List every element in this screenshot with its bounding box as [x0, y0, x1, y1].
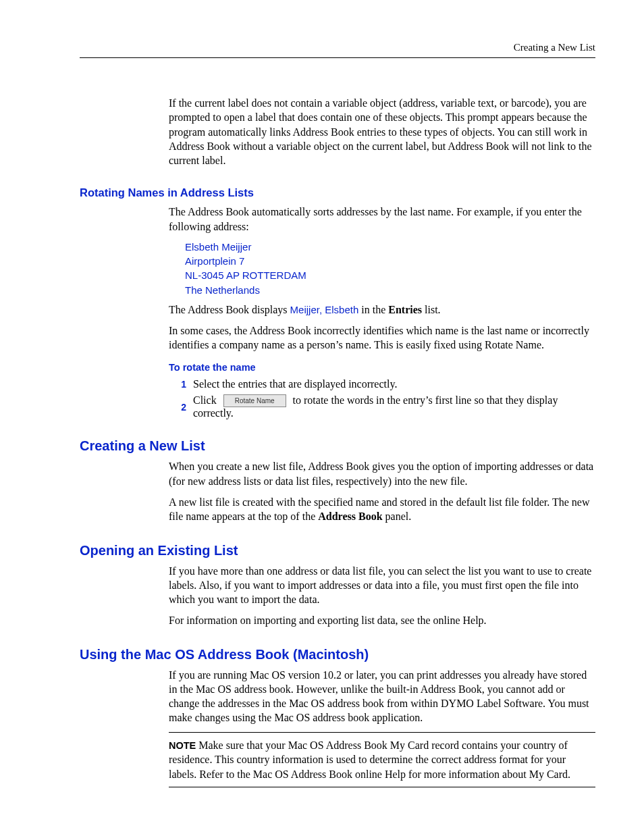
txt: in the	[358, 304, 388, 315]
txt: list.	[422, 304, 441, 315]
addr-line-1: Elsbeth Meijjer	[185, 240, 595, 254]
txt: The Address Book displays	[169, 304, 290, 315]
heading-creating-new-list: Creating a New List	[80, 438, 595, 454]
address-book-label: Address Book	[318, 511, 382, 522]
step-2: 2 Click Rotate Name to rotate the words …	[169, 394, 595, 420]
open-p2: For information on importing and exporti…	[169, 613, 595, 627]
create-p1: When you create a new list file, Address…	[169, 459, 595, 488]
txt: Click	[193, 394, 219, 406]
open-p1: If you have more than one address or dat…	[169, 564, 595, 607]
heading-opening-existing-list: Opening an Existing List	[80, 543, 595, 558]
step-2-text: Click Rotate Name to rotate the words in…	[193, 394, 595, 420]
note-block: NOTE Make sure that your Mac OS Address …	[169, 732, 595, 788]
addr-line-3: NL-3045 AP ROTTERDAM	[185, 269, 595, 282]
step-number: 2	[169, 402, 186, 413]
example-address: Elsbeth Meijjer Airportplein 7 NL-3045 A…	[185, 240, 595, 297]
running-header: Creating a New List	[80, 42, 595, 53]
step-1-text: Select the entries that are displayed in…	[193, 378, 397, 390]
rotating-p2: The Address Book displays Meijjer, Elsbe…	[169, 303, 595, 317]
heading-macos-address-book: Using the Mac OS Address Book (Macintosh…	[80, 647, 595, 662]
rotate-name-button[interactable]: Rotate Name	[223, 394, 286, 407]
note-body: Make sure that your Mac OS Address Book …	[169, 739, 570, 780]
create-p2: A new list file is created with the spec…	[169, 495, 595, 524]
intro-paragraph: If the current label does not contain a …	[169, 96, 595, 167]
txt: panel.	[383, 511, 412, 522]
macos-p1: If you are running Mac OS version 10.2 o…	[169, 668, 595, 725]
step-number: 1	[169, 379, 186, 390]
procedure-title: To rotate the name	[169, 362, 595, 373]
addr-line-4: The Netherlands	[185, 284, 595, 297]
heading-rotating-names: Rotating Names in Address Lists	[80, 186, 595, 199]
step-1: 1 Select the entries that are displayed …	[169, 378, 595, 390]
header-rule	[80, 57, 595, 58]
entries-label: Entries	[388, 304, 422, 315]
note-label: NOTE	[169, 740, 196, 751]
addr-line-2: Airportplein 7	[185, 255, 595, 268]
rotating-p1: The Address Book automatically sorts add…	[169, 205, 595, 234]
rotating-p3: In some cases, the Address Book incorrec…	[169, 323, 595, 353]
sorted-name-example: Meijjer, Elsbeth	[290, 304, 359, 315]
